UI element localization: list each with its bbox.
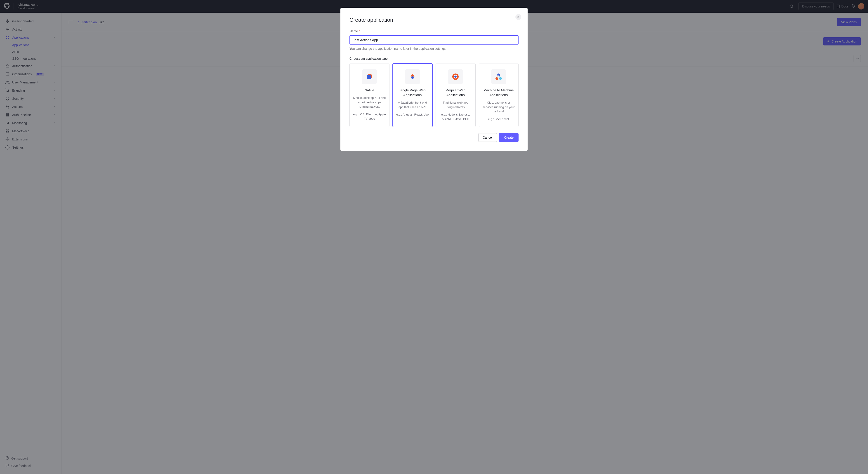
required-indicator: * [359,29,360,33]
modal-title: Create application [349,17,519,23]
close-button[interactable] [515,14,521,20]
spa-icon [405,69,420,84]
app-type-native[interactable]: Native Mobile, desktop, CLI and smart de… [349,63,390,127]
svg-point-49 [454,76,457,78]
modal-overlay[interactable]: Create application Name * You can change… [0,0,868,474]
name-label: Name * [349,29,519,33]
create-application-modal: Create application Name * You can change… [340,8,528,151]
app-type-spa[interactable]: Single Page Web Applications A JavaScrip… [393,63,433,127]
type-example: e.g.: Node.js Express, ASP.NET, Java, PH… [439,112,472,121]
type-example: e.g.: Angular, React, Vue [396,112,429,117]
web-icon [448,69,463,84]
type-example: e.g.: iOS, Electron, Apple TV apps [353,112,386,121]
m2m-icon [491,69,506,84]
application-name-input[interactable] [349,35,519,45]
type-desc: Traditional web app using redirects. [439,100,472,109]
app-type-m2m[interactable]: Machine to Machine Applications CLIs, da… [479,63,519,127]
svg-rect-43 [367,75,371,79]
native-icon [362,69,377,84]
type-name: Machine to Machine Applications [482,88,515,97]
type-example: e.g.: Shell script [482,117,515,121]
type-name: Native [353,88,386,92]
type-desc: Mobile, desktop, CLI and smart device ap… [353,96,386,109]
cancel-button[interactable]: Cancel [478,133,497,142]
create-button[interactable]: Create [499,133,519,142]
type-name: Regular Web Applications [439,88,472,97]
type-section-label: Choose an application type [349,57,519,60]
app-type-regular-web[interactable]: Regular Web Applications Traditional web… [436,63,475,127]
type-desc: CLIs, daemons or services running on you… [482,100,515,114]
type-name: Single Page Web Applications [396,88,429,97]
type-desc: A JavaScript front-end app that uses an … [396,100,429,109]
name-help-text: You can change the application name late… [349,47,519,51]
